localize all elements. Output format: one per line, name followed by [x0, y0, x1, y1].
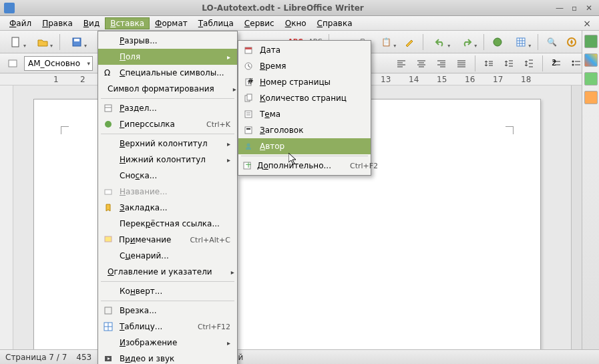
save-button[interactable]: [65, 33, 89, 51]
blank-icon: [102, 154, 114, 166]
svg-rect-40: [105, 236, 112, 242]
align-justify-button[interactable]: [453, 55, 470, 72]
insert-menu-item-14[interactable]: ПримечаниеCtrl+Alt+C: [98, 232, 237, 248]
fields-submenu-item-1[interactable]: Время: [238, 58, 371, 74]
line-spacing-1-button[interactable]: [480, 55, 497, 72]
svg-rect-53: [245, 111, 252, 118]
fields-submenu-label-4: Тема: [260, 110, 364, 119]
insert-menu-label-2: Специальные символы...: [120, 68, 230, 77]
numbered-list-button[interactable]: 12: [548, 55, 565, 72]
insert-menu-item-3[interactable]: Символ форматирования▸: [98, 81, 237, 97]
sidebar-navigator-button[interactable]: [584, 91, 598, 104]
insert-menu-item-0[interactable]: Разрыв...: [98, 33, 237, 49]
insert-menu-item-10[interactable]: Сноска...: [98, 168, 237, 184]
insert-menu-item-21[interactable]: Таблицу...Ctrl+F12: [98, 319, 237, 335]
insert-menu-item-15[interactable]: Сценарий...: [98, 248, 237, 264]
menu-вид[interactable]: Вид: [78, 17, 105, 29]
menu-окно[interactable]: Окно: [280, 17, 312, 29]
menu-вставка[interactable]: Вставка: [105, 17, 150, 29]
align-right-button[interactable]: [433, 55, 450, 72]
svg-point-31: [572, 60, 574, 62]
paragraph-style-combo[interactable]: AM_Основно: [24, 56, 93, 71]
fields-submenu-item-2[interactable]: #Номер страницы: [238, 74, 371, 90]
insert-menu-item-9[interactable]: Нижний колонтитул▸: [98, 152, 237, 168]
insert-menu-label-8: Верхний колонтитул: [120, 139, 208, 148]
blank-icon: [102, 138, 114, 150]
status-words[interactable]: 453: [76, 353, 91, 362]
fields-submenu-item-6[interactable]: Автор: [238, 138, 371, 154]
insert-menu-label-15: Сценарий...: [120, 251, 230, 260]
insert-menu-item-5[interactable]: Раздел...: [98, 100, 237, 116]
new-document-button[interactable]: [4, 33, 28, 51]
insert-menu-label-0: Разрыв...: [120, 36, 230, 45]
insert-menu-label-20: Врезка...: [120, 306, 230, 315]
menu-справка[interactable]: Справка: [312, 17, 358, 29]
frame-icon: [102, 305, 114, 317]
insert-menu-item-20[interactable]: Врезка...: [98, 303, 237, 319]
fields-submenu-item-8[interactable]: +Дополнительно...Ctrl+F2: [238, 158, 371, 174]
menu-формат[interactable]: Формат: [150, 17, 193, 29]
sidebar-gallery-button[interactable]: [584, 72, 598, 85]
title-bar: LO-Autotext.odt - LibreOffice Writer — ▫…: [0, 0, 599, 16]
menu-файл[interactable]: Файл: [4, 17, 37, 29]
find-button[interactable]: 🔍: [543, 33, 560, 51]
caption-icon: [102, 186, 114, 198]
sidebar-styles-button[interactable]: [584, 53, 598, 67]
menu-таблица[interactable]: Таблица: [193, 17, 239, 29]
navigator-button[interactable]: [563, 33, 580, 51]
fields-submenu-item-3[interactable]: Количество страниц: [238, 90, 371, 106]
section-icon: [102, 102, 114, 114]
fields-submenu-item-0[interactable]: Дата: [238, 42, 371, 58]
pagecount-icon: [242, 92, 254, 104]
close-button[interactable]: ✕: [583, 2, 595, 14]
redo-button[interactable]: [455, 33, 479, 51]
insert-menu-item-22[interactable]: Изображение▸: [98, 335, 237, 351]
paste-button[interactable]: 📋: [374, 33, 398, 51]
date-icon: [242, 44, 254, 56]
status-page[interactable]: Страница 7 / 7: [5, 353, 67, 362]
sidebar-properties-button[interactable]: [584, 35, 598, 48]
insert-menu-label-18: Конверт...: [120, 287, 230, 296]
undo-button[interactable]: [428, 33, 452, 51]
svg-point-32: [572, 63, 574, 65]
fields-submenu-item-4[interactable]: Тема: [238, 106, 371, 122]
blank-icon: [102, 337, 114, 349]
svg-rect-41: [105, 307, 112, 314]
blank-icon: [102, 250, 114, 262]
insert-menu-item-16[interactable]: Оглавление и указатели▸: [98, 264, 237, 280]
insert-menu-item-2[interactable]: ΩСпециальные символы...: [98, 65, 237, 81]
svg-rect-52: [247, 94, 252, 100]
insert-menu-item-1[interactable]: Поля▸: [98, 49, 237, 65]
insert-menu-label-14: Примечание: [119, 235, 171, 244]
special-chars-icon: Ω: [102, 67, 114, 79]
hyperlink-button[interactable]: [489, 33, 506, 51]
minimize-button[interactable]: —: [554, 2, 566, 14]
svg-rect-2: [74, 39, 79, 41]
insert-menu-item-13[interactable]: Перекрёстная ссылка...: [98, 216, 237, 232]
svg-point-38: [105, 121, 112, 128]
vertical-scrollbar[interactable]: [571, 85, 582, 349]
styles-button[interactable]: [4, 55, 21, 72]
fields-submenu-item-5[interactable]: Заголовок: [238, 122, 371, 138]
format-paintbrush-button[interactable]: [401, 33, 418, 51]
align-left-button[interactable]: [393, 55, 410, 72]
line-spacing-2-button[interactable]: [520, 55, 538, 72]
insert-menu-label-16: Оглавление и указатели: [108, 267, 212, 277]
vertical-ruler[interactable]: [0, 85, 13, 349]
insert-menu-item-18[interactable]: Конверт...: [98, 283, 237, 299]
insert-menu-item-23[interactable]: Видео и звук: [98, 351, 237, 364]
menu-сервис[interactable]: Сервис: [239, 17, 280, 29]
menu-правка[interactable]: Правка: [37, 17, 78, 29]
insert-menu-item-6[interactable]: ГиперссылкаCtrl+K: [98, 116, 237, 132]
document-close-button[interactable]: ×: [579, 18, 595, 29]
insert-menu-item-12[interactable]: Закладка...: [98, 200, 237, 216]
insert-menu-label-6: Гиперссылка: [120, 120, 188, 129]
open-button[interactable]: [31, 33, 55, 51]
line-spacing-15-button[interactable]: [500, 55, 518, 72]
maximize-button[interactable]: ▫: [568, 2, 580, 14]
svg-point-3: [493, 38, 502, 46]
align-center-button[interactable]: [413, 55, 430, 72]
insert-menu-item-8[interactable]: Верхний колонтитул▸: [98, 136, 237, 152]
subject-icon: [242, 108, 254, 120]
table-button[interactable]: [509, 33, 533, 51]
